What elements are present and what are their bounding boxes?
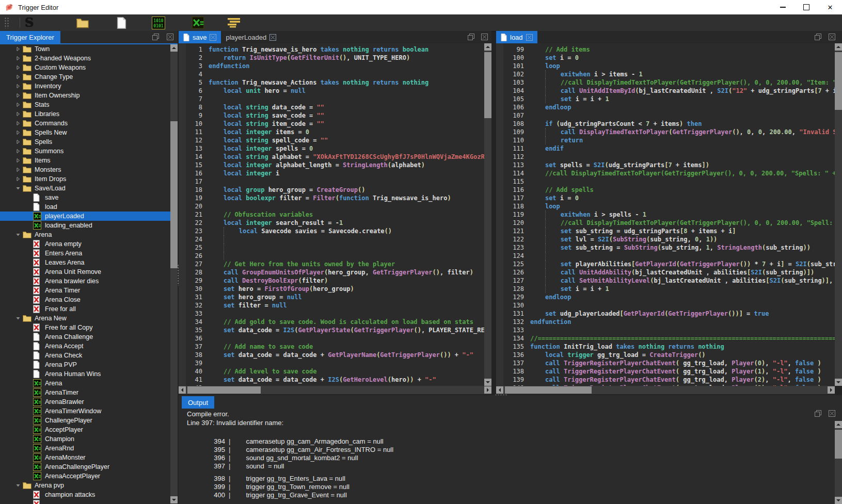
output-tab[interactable]: Output bbox=[182, 396, 214, 409]
center-editor-close-icon[interactable] bbox=[481, 33, 489, 41]
output-vscroll-up-arrow[interactable] bbox=[835, 421, 842, 428]
expand-arrow-icon[interactable] bbox=[13, 46, 23, 52]
tab-close-icon[interactable] bbox=[269, 34, 276, 41]
right-hscroll-thumb[interactable] bbox=[505, 386, 592, 394]
expand-arrow-icon[interactable] bbox=[13, 102, 23, 107]
trigger-tree[interactable]: Town2-handed WeaponsCustom WeaponsChange… bbox=[0, 44, 170, 504]
expand-arrow-icon[interactable] bbox=[13, 56, 23, 61]
tree-item-leaves-arena[interactable]: Leaves Arena bbox=[0, 258, 170, 267]
maximize-button[interactable] bbox=[795, 0, 818, 14]
tree-item-change-type[interactable]: Change Type bbox=[0, 72, 170, 82]
expand-arrow-icon[interactable] bbox=[13, 158, 23, 163]
tree-item-summons[interactable]: Summons bbox=[0, 147, 170, 156]
expand-arrow-icon[interactable] bbox=[13, 139, 23, 144]
expand-arrow-icon[interactable] bbox=[13, 130, 23, 135]
right-vscroll-thumb[interactable] bbox=[835, 52, 842, 110]
expand-arrow-icon[interactable] bbox=[13, 65, 23, 70]
tree-item-arena-empty[interactable]: Arena empty bbox=[0, 239, 170, 249]
tree-item-custom-weapons[interactable]: Custom Weapons bbox=[0, 63, 170, 72]
tree-item-loading-enabled[interactable]: loading_enabled bbox=[0, 221, 170, 230]
expand-arrow-icon[interactable] bbox=[13, 111, 23, 117]
tree-item-item-ownership[interactable]: Item Ownership bbox=[0, 91, 170, 100]
explorer-vscroll-track[interactable] bbox=[170, 44, 178, 503]
tree-item-commands[interactable]: Commands bbox=[0, 119, 170, 128]
comment-lines-icon[interactable] bbox=[227, 16, 242, 29]
center-vscroll-down-arrow[interactable] bbox=[484, 379, 491, 386]
center-hscroll-thumb[interactable] bbox=[187, 386, 261, 394]
collapse-arrow-icon[interactable] bbox=[13, 483, 23, 488]
right-hscroll-left-arrow[interactable] bbox=[496, 386, 503, 394]
center-hscroll-track[interactable] bbox=[179, 386, 491, 394]
editor-tab-save[interactable]: save bbox=[179, 31, 221, 43]
expand-arrow-icon[interactable] bbox=[13, 149, 23, 154]
explorer-close-icon[interactable] bbox=[166, 33, 174, 41]
output-close-icon[interactable] bbox=[828, 410, 836, 418]
collapse-arrow-icon[interactable] bbox=[13, 316, 23, 321]
tree-item-spells[interactable]: Spells bbox=[0, 137, 170, 147]
collapse-arrow-icon[interactable] bbox=[13, 232, 23, 237]
editor-tab-playerloaded[interactable]: playerLoaded bbox=[221, 31, 281, 43]
center-editor-float-icon[interactable] bbox=[467, 33, 475, 41]
expand-arrow-icon[interactable] bbox=[13, 93, 23, 98]
right-vscroll-down-arrow[interactable] bbox=[835, 379, 842, 386]
tree-item-champion[interactable]: Champion bbox=[0, 434, 170, 444]
center-hscroll-right-arrow[interactable] bbox=[484, 386, 491, 394]
explorer-vscroll-down-arrow[interactable] bbox=[170, 496, 178, 503]
tree-item-town[interactable]: Town bbox=[0, 44, 170, 54]
tree-item-acceptplayer[interactable]: AcceptPlayer bbox=[0, 425, 170, 434]
toolbar-drag-grip[interactable] bbox=[4, 17, 9, 28]
tree-item-arenabrawler[interactable]: ArenaBrawler bbox=[0, 397, 170, 407]
tree-item-arena-close[interactable]: Arena Close bbox=[0, 295, 170, 304]
tree-item-arena-accept[interactable]: Arena Accept bbox=[0, 342, 170, 351]
center-code-editor[interactable]: 1function Trig_newsave_is_hero takes not… bbox=[186, 43, 484, 388]
tree-item-arena-pvp[interactable]: Arena pvp bbox=[0, 481, 170, 490]
tree-item-arena-human-wins[interactable]: Arena Human Wins bbox=[0, 369, 170, 379]
explorer-vscroll-thumb[interactable] bbox=[170, 121, 178, 268]
expand-arrow-icon[interactable] bbox=[13, 84, 23, 89]
script-trigger-icon[interactable] bbox=[191, 16, 205, 29]
tree-item-item-drops[interactable]: Item Drops bbox=[0, 174, 170, 184]
right-hscroll-right-arrow[interactable] bbox=[828, 386, 835, 394]
tree-item-arenachallengeplayer[interactable]: ArenaChallengePlayer bbox=[0, 462, 170, 472]
tree-item-save-load[interactable]: Save/Load bbox=[0, 184, 170, 193]
output-vscroll-down-arrow[interactable] bbox=[835, 497, 842, 504]
tree-item-save[interactable]: save bbox=[0, 193, 170, 202]
output-float-icon[interactable] bbox=[814, 410, 822, 418]
right-vscroll-up-arrow[interactable] bbox=[835, 43, 842, 51]
collapse-arrow-icon[interactable] bbox=[13, 186, 23, 191]
tree-item-2-handed-weapons[interactable]: 2-handed Weapons bbox=[0, 54, 170, 63]
close-button[interactable]: ✕ bbox=[818, 0, 842, 14]
explorer-vscroll-up-arrow[interactable] bbox=[170, 44, 178, 52]
tree-item-champion-attacks[interactable]: champion attacks bbox=[0, 490, 170, 499]
tree-item-libraries[interactable]: Libraries bbox=[0, 109, 170, 119]
tree-item-arena-unit-remove[interactable]: Arena Unit Remove bbox=[0, 267, 170, 277]
jass-scroll-icon[interactable]: S bbox=[25, 16, 34, 29]
tree-item-arena-challenge[interactable]: Arena Challenge bbox=[0, 332, 170, 342]
right-hscroll-track[interactable] bbox=[496, 386, 835, 394]
tree-item-arena-pvp[interactable]: Arena PVP bbox=[0, 360, 170, 369]
tab-close-icon[interactable] bbox=[526, 34, 533, 41]
tree-item-items[interactable]: Items bbox=[0, 156, 170, 165]
right-editor-close-icon[interactable] bbox=[828, 33, 836, 41]
tree-item-arena[interactable]: Arena bbox=[0, 230, 170, 239]
center-vscroll-up-arrow[interactable] bbox=[484, 43, 491, 51]
tree-item-arenarnd[interactable]: ArenaRnd bbox=[0, 444, 170, 453]
tree-item-enters-arena[interactable]: Enters Arena bbox=[0, 249, 170, 258]
tree-item-monsters[interactable]: Monsters bbox=[0, 165, 170, 174]
explorer-title-tab[interactable]: Trigger Explorer bbox=[0, 31, 60, 43]
tree-item-arena-check[interactable]: Arena Check bbox=[0, 351, 170, 360]
explorer-float-icon[interactable] bbox=[152, 33, 160, 41]
tree-item-arenatimer[interactable]: ArenaTimer bbox=[0, 388, 170, 397]
minimize-button[interactable] bbox=[771, 0, 795, 14]
center-vscroll-thumb[interactable] bbox=[484, 52, 491, 118]
tree-item-arena-new[interactable]: Arena New bbox=[0, 314, 170, 323]
tree-item-spells-new[interactable]: Spells New bbox=[0, 128, 170, 137]
tree-item-challengeplayer[interactable]: ChallengePlayer bbox=[0, 416, 170, 425]
output-vscroll-thumb[interactable] bbox=[835, 430, 842, 459]
output-vscroll-track[interactable] bbox=[835, 421, 842, 504]
right-editor-float-icon[interactable] bbox=[814, 33, 822, 41]
center-vscroll-track[interactable] bbox=[484, 43, 491, 386]
expand-arrow-icon[interactable] bbox=[13, 167, 23, 172]
tree-item-inventory[interactable]: Inventory bbox=[0, 82, 170, 91]
right-vscroll-track[interactable] bbox=[835, 43, 842, 386]
